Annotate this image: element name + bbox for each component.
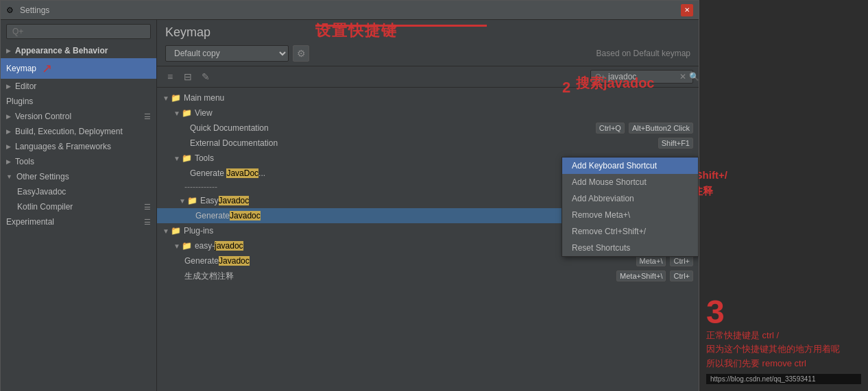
edit-shortcut-button[interactable]: ✎ — [198, 69, 213, 84]
sidebar-item-kotlin-compiler[interactable]: Kotlin Compiler ☰ — [1, 199, 156, 214]
ctx-add-mouse[interactable]: Add Mouse Shortcut — [562, 174, 698, 190]
sidebar-item-version-control[interactable]: ▶ Version Control ☰ — [1, 109, 156, 124]
tree-row[interactable]: External Documentation Shift+F1 — [157, 136, 699, 151]
ctx-remove-meta[interactable]: Remove Meta+\ — [562, 207, 698, 223]
sidebar-item-other-settings[interactable]: ▼ Other Settings — [1, 169, 156, 184]
sidebar-item-label: Version Control — [15, 112, 71, 121]
tree-item-label: GenerateJavadoc — [184, 256, 636, 266]
tree-row[interactable]: ▼ 📁 View — [157, 105, 699, 121]
tree-item-label: External Documentation — [190, 138, 658, 148]
shortcut-tag: Alt+Button2 Click — [629, 123, 693, 134]
url-badge: https://blog.csdn.net/qq_33593411 — [706, 374, 861, 384]
ctx-add-abbreviation[interactable]: Add Abbreviation — [562, 190, 698, 207]
folder-icon: 📁 — [182, 153, 192, 163]
arrow-icon: ▶ — [6, 158, 11, 165]
titlebar: ⚙ Settings ✕ — [1, 1, 699, 20]
shortcut-tag: Ctrl+Q — [596, 123, 625, 134]
folder-icon: 📁 — [171, 93, 181, 103]
content-header: Keymap Default copy ⚙ Based on Default k… — [157, 20, 699, 66]
sidebar-item-tools[interactable]: ▶ Tools — [1, 154, 156, 169]
folder-icon: 📁 — [171, 226, 181, 236]
shortcut-tag: Ctrl+ — [670, 270, 693, 281]
toggle-icon[interactable]: ▼ — [173, 242, 180, 250]
main-layout: ▶ Appearance & Behavior Keymap ↗ ▶ Edito… — [1, 20, 699, 391]
shortcut-tag: Meta+Shift+\ — [616, 270, 666, 281]
toggle-icon[interactable]: ▼ — [162, 227, 169, 235]
sidebar-item-editor[interactable]: ▶ Editor — [1, 79, 156, 94]
shortcut-list: Meta+\ Ctrl+ — [636, 255, 693, 266]
settings-icon: ⚙ — [6, 5, 16, 15]
tree-toolbar: ≡ ⊟ ✎ Q+ ✕ 🔍 — [157, 66, 699, 88]
shortcut-list: Ctrl+Q Alt+Button2 Click — [596, 123, 693, 134]
search-input[interactable] — [608, 72, 677, 81]
tree-row[interactable]: 生成文档注释 Meta+Shift+\ Ctrl+ — [157, 268, 699, 283]
shortcut-list: Meta+Shift+\ Ctrl+ — [616, 270, 693, 281]
tree-row[interactable]: ▼ 📁 Main menu — [157, 90, 699, 105]
ctx-remove-ctrl[interactable]: Remove Ctrl+Shift+/ — [562, 223, 698, 240]
context-menu: Add Keyboard Shortcut Add Mouse Shortcut… — [562, 157, 699, 257]
arrow-icon: ▶ — [6, 47, 11, 54]
shortcut-tag: Shift+F1 — [658, 138, 693, 149]
sidebar-item-build[interactable]: ▶ Build, Execution, Deployment — [1, 124, 156, 139]
sidebar: ▶ Appearance & Behavior Keymap ↗ ▶ Edito… — [1, 20, 157, 391]
toggle-icon[interactable]: ▼ — [162, 94, 169, 102]
arrow-annotation: ↗ — [42, 61, 52, 76]
sidebar-item-label: Plugins — [6, 97, 33, 106]
collapse-all-button[interactable]: ⊟ — [180, 69, 195, 84]
arrow-icon: ▼ — [6, 173, 12, 180]
shortcut-list: Shift+F1 — [658, 138, 693, 149]
sidebar-item-appearance[interactable]: ▶ Appearance & Behavior — [1, 43, 156, 58]
tree-item-label: Quick Documentation — [190, 123, 596, 133]
sidebar-item-label: Languages & Frameworks — [15, 142, 111, 151]
tree-item-label: View — [195, 108, 693, 118]
sidebar-item-label: EasyJavadoc — [17, 187, 66, 197]
arrow-icon: ▶ — [6, 83, 11, 90]
keymap-toolbar: Default copy ⚙ Based on Default keymap — [165, 45, 690, 62]
keymap-dropdown[interactable]: Default copy — [165, 45, 289, 62]
highlight-text: JavaDoc — [226, 168, 258, 178]
sidebar-search-input[interactable] — [6, 24, 151, 39]
sidebar-item-languages[interactable]: ▶ Languages & Frameworks — [1, 139, 156, 154]
sidebar-item-keymap[interactable]: Keymap ↗ — [1, 58, 156, 79]
ctx-reset[interactable]: Reset Shortcuts — [562, 240, 698, 256]
arrow-icon: ▶ — [6, 143, 11, 150]
sidebar-item-label: Other Settings — [16, 172, 69, 181]
settings-window: ⚙ Settings ✕ ▶ Appearance & Behavior Key… — [0, 0, 699, 391]
sidebar-item-experimental[interactable]: Experimental ☰ — [1, 214, 156, 229]
toggle-icon[interactable]: ▼ — [173, 110, 180, 117]
annotation-text-3: 3 正常快捷键是 ctrl / 因为这个快捷键其他的地方用着呢 所以我们先要 r… — [706, 296, 861, 371]
highlight-text: Javadoc — [219, 256, 250, 266]
sidebar-item-label: Appearance & Behavior — [15, 46, 108, 55]
sidebar-item-plugins[interactable]: Plugins — [1, 94, 156, 109]
sidebar-item-label: Build, Execution, Deployment — [15, 127, 123, 136]
expand-all-button[interactable]: ≡ — [162, 69, 178, 84]
gear-button[interactable]: ⚙ — [293, 45, 309, 62]
tree-item-label: Main menu — [184, 93, 693, 103]
toggle-icon[interactable]: ▼ — [179, 197, 186, 205]
search-icon[interactable]: 🔍 — [689, 72, 699, 81]
search-clear-icon[interactable]: ✕ — [679, 72, 686, 81]
close-button[interactable]: ✕ — [681, 4, 693, 16]
shortcut-tag: Ctrl+ — [670, 255, 693, 266]
settings-icon: ☰ — [144, 112, 151, 121]
keymap-label: Keymap — [6, 64, 36, 73]
sidebar-item-label: Kotlin Compiler — [17, 202, 73, 212]
tree-row[interactable]: Quick Documentation Ctrl+Q Alt+Button2 C… — [157, 121, 699, 136]
folder-icon: 📁 — [182, 108, 192, 118]
num-badge-3: 3 — [706, 296, 861, 329]
highlight-text: Javadoc — [219, 196, 250, 205]
sidebar-item-easyjavadoc[interactable]: EasyJavadoc — [1, 184, 156, 199]
highlight-text: Javadoc — [230, 211, 261, 220]
settings-icon: ☰ — [144, 218, 151, 227]
arrow-icon: ▶ — [6, 128, 11, 135]
folder-icon: 📁 — [182, 241, 192, 251]
sidebar-item-label: Editor — [15, 81, 36, 91]
based-on-label: Based on Default keymap — [596, 49, 690, 58]
shortcut-tag: Meta+\ — [636, 255, 666, 266]
toggle-icon[interactable]: ▼ — [173, 155, 180, 162]
sidebar-item-label: Experimental — [6, 217, 54, 227]
sidebar-item-label: Tools — [15, 157, 34, 166]
content-area: Keymap Default copy ⚙ Based on Default k… — [157, 20, 699, 391]
window-title: Settings — [20, 5, 681, 15]
ctx-add-keyboard[interactable]: Add Keyboard Shortcut — [562, 157, 698, 174]
